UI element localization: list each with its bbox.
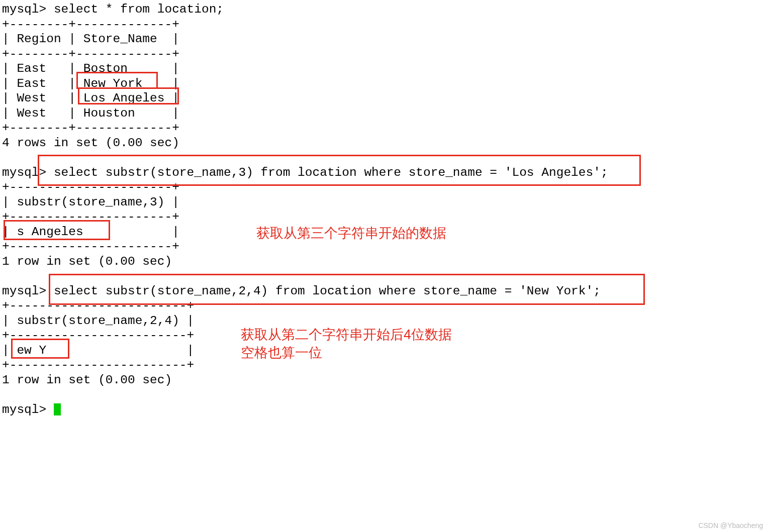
- table-row: | s Angeles |: [2, 225, 179, 239]
- result-count: 1 row in set (0.00 sec): [2, 373, 172, 387]
- table-border: +------------------------+: [2, 299, 194, 312]
- table-header: | substr(store_name,3) |: [2, 195, 179, 209]
- table-border: +------------------------+: [2, 358, 194, 372]
- watermark: CSDN @Ybaocheng: [698, 518, 763, 533]
- table-row: | ew Y |: [2, 344, 194, 357]
- table-row: | East | New York |: [2, 77, 179, 90]
- table-header: | Region | Store_Name |: [2, 32, 179, 46]
- sql-command: mysql> select substr(store_name,3) from …: [2, 166, 608, 179]
- table-row: | East | Boston |: [2, 62, 179, 75]
- table-header: | substr(store_name,2,4) |: [2, 314, 194, 328]
- table-border: +--------+-------------+: [2, 18, 179, 31]
- terminal-output: mysql> select * from location; +--------…: [2, 2, 763, 417]
- result-count: 4 rows in set (0.00 sec): [2, 136, 179, 150]
- table-border: +--------+-------------+: [2, 47, 179, 61]
- prompt: mysql>: [2, 403, 54, 416]
- cursor-block: [54, 403, 61, 415]
- table-border: +----------------------+: [2, 240, 179, 253]
- table-row: | West | Houston |: [2, 107, 179, 120]
- table-border: +----------------------+: [2, 210, 179, 224]
- sql-command: mysql> select substr(store_name,2,4) fro…: [2, 284, 601, 298]
- table-border: +----------------------+: [2, 180, 179, 194]
- sql-command: mysql> select * from location;: [2, 3, 224, 16]
- result-count: 1 row in set (0.00 sec): [2, 255, 172, 268]
- table-row: | West | Los Angeles |: [2, 91, 179, 105]
- table-border: +------------------------+: [2, 329, 194, 342]
- table-border: +--------+-------------+: [2, 121, 179, 135]
